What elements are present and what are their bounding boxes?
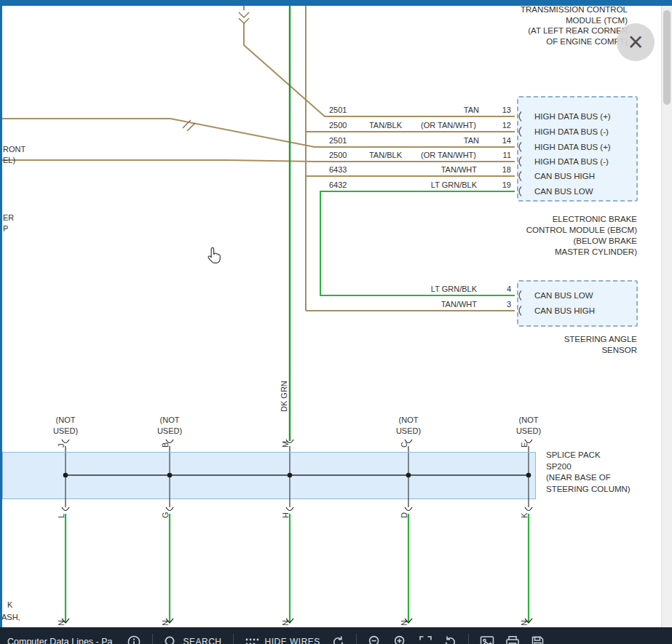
- clipped-label-fragment: P: [3, 223, 8, 234]
- wire-circuit-label: 6432: [329, 180, 347, 190]
- wire-color-label: TAN/BLK: [341, 120, 402, 130]
- splice-pin-letter: E: [520, 442, 529, 448]
- window-title-strip: [0, 0, 672, 6]
- search-icon: [164, 635, 178, 644]
- splice-pin-letter: L: [57, 514, 66, 518]
- connector-function-label: HIGH DATA BUS (-): [534, 127, 609, 136]
- tcm-connector-box: HIGH DATA BUS (+) HIGH DATA BUS (-) HIGH…: [517, 96, 638, 202]
- close-icon: ×: [628, 29, 643, 55]
- zoom-out-icon[interactable]: [368, 635, 382, 644]
- wire-break-marks: [183, 12, 249, 131]
- connector-function-label: CAN BUS LOW: [534, 291, 593, 300]
- splice-pin-letter: D: [400, 512, 408, 518]
- splice-pin-letter: K: [520, 513, 529, 518]
- splice-pack-band: [2, 452, 536, 499]
- reset-icon[interactable]: [331, 635, 345, 644]
- clipped-label-fragment: RONT: [3, 144, 25, 154]
- splice-pin-letter: H: [281, 512, 290, 518]
- scrollbar[interactable]: [661, 6, 672, 627]
- toolbar-divider: [233, 634, 234, 644]
- ebcm-label: ELECTRONIC BRAKE CONTROL MODULE (EBCM) (…: [526, 214, 637, 258]
- toolbar-divider: [152, 634, 153, 644]
- cursor-hand-icon: [205, 247, 222, 269]
- wire-pin-label: 13: [481, 105, 511, 115]
- splice-pin-letter: C: [400, 442, 408, 448]
- app-window: HIGH DATA BUS (+) HIGH DATA BUS (-) HIGH…: [0, 0, 672, 644]
- wire-pin-label: 3: [481, 299, 511, 309]
- info-icon[interactable]: [127, 635, 141, 644]
- connector-function-label: HIGH DATA BUS (+): [534, 112, 611, 121]
- diagram-title: Computer Data Lines - Pa: [7, 637, 113, 644]
- wire-color-label: LT GRN/BLK: [395, 180, 477, 190]
- clipped-label-fragment: K: [7, 600, 12, 610]
- connector-function-label: CAN BUS LOW: [534, 187, 593, 196]
- wire-color-label: TAN: [405, 135, 479, 146]
- hide-wires-button[interactable]: HIDE WIRES: [245, 636, 320, 644]
- window-left-edge: [0, 0, 2, 644]
- splice-pin-letter: G: [161, 512, 170, 518]
- tcm-label: TRANSMISSION CONTROL MODULE (TCM) (AT LE…: [521, 4, 628, 47]
- zoom-in-icon[interactable]: [393, 635, 408, 644]
- fit-to-screen-icon[interactable]: [419, 635, 432, 644]
- wire-circuit-label: 6433: [329, 164, 347, 175]
- wire-pin-label: 14: [481, 135, 511, 146]
- wire-pin-label: 12: [481, 120, 511, 130]
- wire-pin-label: 4: [481, 284, 511, 294]
- print-icon[interactable]: [505, 635, 520, 644]
- not-used-note: (NOT USED): [36, 415, 95, 436]
- wire-pin-label: 19: [481, 180, 511, 190]
- wire-pin-label: 18: [481, 164, 511, 175]
- connector-function-label: HIGH DATA BUS (-): [534, 157, 609, 166]
- connector-function-label: HIGH DATA BUS (+): [534, 143, 611, 151]
- clipped-label-fragment: ASH,: [1, 612, 20, 622]
- clipped-label-fragment: EL): [3, 155, 15, 165]
- image-icon[interactable]: [480, 635, 494, 644]
- wire-pin-label: 11: [481, 150, 511, 160]
- sas-connector-box: CAN BUS LOW CAN BUS HIGH: [517, 280, 638, 327]
- wires-icon: [245, 636, 259, 644]
- wire-color-label: DK GRN: [280, 381, 288, 412]
- search-button[interactable]: SEARCH: [164, 635, 222, 644]
- not-used-note: (NOT USED): [379, 415, 438, 436]
- connector-letter: N: [57, 620, 66, 626]
- connector-letter: N: [400, 620, 408, 626]
- rotate-icon[interactable]: [443, 635, 457, 644]
- not-used-note: (NOT USED): [141, 415, 199, 436]
- wire-circuit-label: 2501: [329, 135, 347, 146]
- wire-alt-color-label: (OR TAN/WHT): [402, 120, 476, 130]
- wire-alt-color-label: (OR TAN/WHT): [402, 150, 476, 160]
- toolbar-divider: [468, 634, 469, 644]
- splice-pack-label: SPLICE PACK SP200 (NEAR BASE OF STEERING…: [546, 450, 631, 495]
- scrollbar-thumb[interactable]: [663, 10, 671, 105]
- search-label: SEARCH: [183, 637, 222, 644]
- close-button[interactable]: ×: [617, 23, 655, 61]
- toolbar-divider: [356, 634, 357, 644]
- save-icon[interactable]: [531, 635, 545, 644]
- splice-pin-letter: J: [57, 444, 66, 448]
- splice-pin-letter: M: [281, 441, 290, 448]
- connector-function-label: CAN BUS HIGH: [534, 172, 595, 180]
- connector-letter: N: [520, 620, 529, 626]
- bottom-toolbar: Computer Data Lines - Pa SEARCH HIDE WIR…: [0, 627, 672, 644]
- connector-letter: N: [161, 620, 170, 626]
- wire-color-label: TAN: [405, 105, 479, 115]
- hide-wires-label: HIDE WIRES: [265, 637, 320, 644]
- splice-pin-letter: B: [161, 442, 170, 448]
- green-wires: [66, 0, 529, 623]
- wire-color-label: TAN/WHT: [403, 164, 477, 175]
- wire-color-label: TAN/WHT: [403, 299, 477, 309]
- wire-circuit-label: 2501: [329, 105, 347, 115]
- connector-function-label: CAN BUS HIGH: [534, 306, 595, 315]
- connector-letter: N: [281, 620, 290, 626]
- clipped-label-fragment: ER: [3, 212, 14, 223]
- sas-label: STEERING ANGLE SENSOR: [564, 334, 637, 356]
- wire-color-label: LT GRN/BLK: [395, 284, 477, 294]
- not-used-note: (NOT USED): [499, 415, 558, 436]
- wire-color-label: TAN/BLK: [341, 150, 402, 160]
